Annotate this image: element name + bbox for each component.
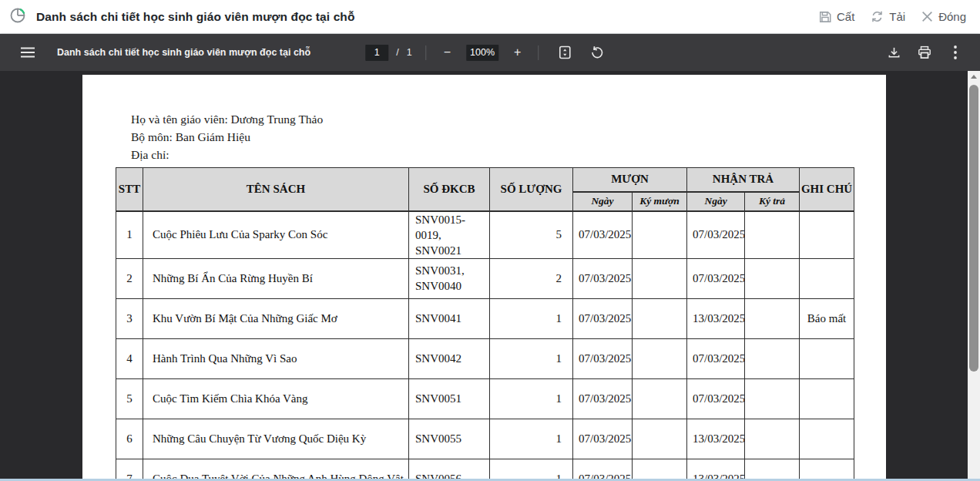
cell-ky-tra xyxy=(745,378,800,419)
scrollbar-thumb[interactable] xyxy=(969,85,978,372)
cell-so-luong: 5 xyxy=(490,211,573,259)
cell-ngay-tra: 07/03/2025 xyxy=(687,338,745,378)
cell-so-dkcb: SNV0015-0019, SNV0021 xyxy=(409,211,490,259)
cell-ghi-chu xyxy=(800,378,854,419)
page-separator: / xyxy=(396,47,398,58)
cell-ky-tra xyxy=(745,211,800,259)
scroll-up-arrow[interactable] xyxy=(968,71,980,82)
cell-so-luong: 1 xyxy=(490,378,573,419)
cell-stt: 3 xyxy=(116,298,143,338)
col-header-stt: STT xyxy=(116,168,143,211)
col-header-ghi-chu: GHI CHÚ xyxy=(800,168,854,211)
cell-so-dkcb: SNV0042 xyxy=(409,338,490,378)
download-icon[interactable] xyxy=(881,40,906,65)
cell-stt: 6 xyxy=(116,419,143,459)
col-header-muon: MƯỢN xyxy=(573,168,687,192)
app-bar: Danh sách chi tiết học sinh giáo viên mư… xyxy=(0,0,980,34)
cell-ngay-tra: 07/03/2025 xyxy=(687,258,745,298)
cell-ten-sach: Khu Vườn Bí Mật Của Những Giấc Mơ xyxy=(143,298,409,338)
cell-stt: 4 xyxy=(116,338,143,378)
cell-stt: 5 xyxy=(116,378,143,419)
pdf-page: Họ và tên giáo viên: Dương Trung Thảo Bộ… xyxy=(82,75,886,481)
cell-ghi-chu xyxy=(800,419,854,459)
teacher-name-line: Họ và tên giáo viên: Dương Trung Thảo xyxy=(131,110,323,128)
address-line: Địa chỉ: xyxy=(131,146,323,163)
close-icon xyxy=(921,10,934,23)
more-options-icon[interactable] xyxy=(943,40,968,65)
cell-ghi-chu xyxy=(800,338,854,378)
cell-ngay-tra: 13/03/2025 xyxy=(687,419,745,459)
cell-ky-muon xyxy=(633,211,687,259)
vertical-scrollbar[interactable] xyxy=(968,71,980,481)
col-header-so-dkcb: SỐ ĐKCB xyxy=(409,168,490,211)
toolbar-divider xyxy=(538,45,539,60)
cell-ky-tra xyxy=(745,459,800,481)
table-row: 4 Hành Trình Qua Những Vì Sao SNV0042 1 … xyxy=(116,338,854,378)
pdf-document-title: Danh sách chi tiết học sinh giáo viên mư… xyxy=(57,47,310,58)
save-icon xyxy=(818,10,832,24)
cell-ngay-tra: 07/03/2025 xyxy=(687,378,745,419)
cell-ky-tra xyxy=(745,338,800,378)
subject-line: Bộ môn: Ban Giám Hiệu xyxy=(131,128,323,146)
cell-stt: 1 xyxy=(116,211,143,259)
cell-ngay-muon: 07/03/2025 xyxy=(573,378,633,419)
table-row: 5 Cuộc Tìm Kiếm Chìa Khóa Vàng SNV0051 1… xyxy=(116,378,854,419)
cell-ky-muon xyxy=(633,338,687,378)
cell-ghi-chu: Báo mất xyxy=(800,298,854,338)
cell-ghi-chu xyxy=(800,459,854,481)
cell-ky-muon xyxy=(633,298,687,338)
close-button-label: Đóng xyxy=(938,10,966,23)
table-row: 7 Cuộc Đua Tuyệt Vời Của Những Anh Hùng … xyxy=(116,459,854,481)
cell-ky-tra xyxy=(745,419,800,459)
reload-button[interactable]: Tải xyxy=(870,9,905,24)
table-row: 3 Khu Vườn Bí Mật Của Những Giấc Mơ SNV0… xyxy=(116,298,854,338)
cell-ngay-muon: 07/03/2025 xyxy=(573,211,633,259)
cell-so-dkcb: SNV0056 xyxy=(409,459,490,481)
print-icon[interactable] xyxy=(912,40,937,65)
cell-ky-muon xyxy=(633,378,687,419)
pdf-toolbar: Danh sách chi tiết học sinh giáo viên mư… xyxy=(0,34,980,71)
zoom-out-button[interactable]: − xyxy=(441,46,454,59)
zoom-in-button[interactable]: + xyxy=(511,46,524,59)
cell-so-dkcb: SNV0031, SNV0040 xyxy=(409,258,490,298)
subcol-ngay-muon: Ngày xyxy=(573,192,633,211)
menu-icon[interactable] xyxy=(15,40,40,65)
cell-ky-tra xyxy=(745,258,800,298)
fit-page-icon[interactable] xyxy=(552,40,577,65)
cell-ngay-muon: 07/03/2025 xyxy=(573,298,633,338)
table-row: 1 Cuộc Phiêu Lưu Của Sparky Con Sóc SNV0… xyxy=(116,211,854,259)
rotate-icon[interactable] xyxy=(585,40,609,65)
cell-ngay-muon: 07/03/2025 xyxy=(573,338,633,378)
table-row: 6 Những Câu Chuyện Từ Vương Quốc Diệu Kỳ… xyxy=(116,419,854,459)
save-button-label: Cất xyxy=(837,10,854,23)
cell-ky-tra xyxy=(745,298,800,338)
cell-ngay-tra: 07/03/2025 xyxy=(687,211,745,259)
borrow-detail-table: STT TÊN SÁCH SỐ ĐKCB SỐ LƯỢNG MƯỢN NHẬN … xyxy=(116,167,854,481)
toolbar-divider xyxy=(426,45,427,60)
cell-stt: 7 xyxy=(116,459,143,481)
cell-ten-sach: Cuộc Đua Tuyệt Vời Của Những Anh Hùng Độ… xyxy=(143,459,409,481)
cell-ngay-muon: 07/03/2025 xyxy=(573,459,633,481)
cell-ten-sach: Cuộc Phiêu Lưu Của Sparky Con Sóc xyxy=(143,211,409,259)
cell-ten-sach: Hành Trình Qua Những Vì Sao xyxy=(143,338,409,378)
col-header-nhan-tra: NHẬN TRẢ xyxy=(687,168,800,192)
subcol-ngay-tra: Ngày xyxy=(687,192,745,211)
col-header-so-luong: SỐ LƯỢNG xyxy=(490,168,573,211)
cell-ky-muon xyxy=(633,459,687,481)
cell-ten-sach: Những Bí Ẩn Của Rừng Huyền Bí xyxy=(143,258,409,298)
save-button[interactable]: Cất xyxy=(818,10,854,24)
cell-so-dkcb: SNV0055 xyxy=(409,419,490,459)
cell-so-dkcb: SNV0051 xyxy=(409,378,490,419)
reload-icon xyxy=(870,9,884,24)
close-button[interactable]: Đóng xyxy=(921,10,966,23)
page-number-input[interactable]: 1 xyxy=(365,45,388,61)
cell-ngay-tra: 13/03/2025 xyxy=(687,298,745,338)
cell-so-luong: 1 xyxy=(490,419,573,459)
cell-ngay-muon: 07/03/2025 xyxy=(573,419,633,459)
cell-ten-sach: Cuộc Tìm Kiếm Chìa Khóa Vàng xyxy=(143,378,409,419)
pdf-viewer: Họ và tên giáo viên: Dương Trung Thảo Bộ… xyxy=(0,71,980,481)
cell-so-luong: 1 xyxy=(490,298,573,338)
subcol-ky-muon: Ký mượn xyxy=(633,192,687,211)
zoom-level: 100% xyxy=(466,45,498,61)
page-title: Danh sách chi tiết học sinh giáo viên mư… xyxy=(36,10,355,24)
